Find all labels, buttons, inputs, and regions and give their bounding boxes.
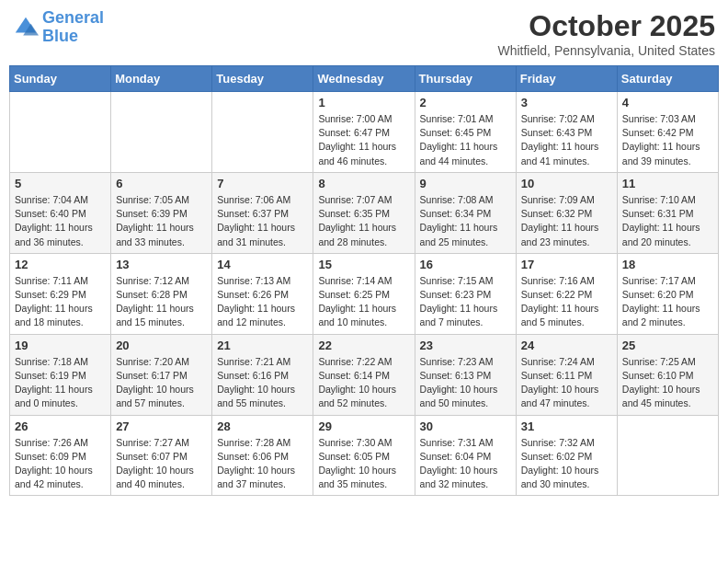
day-info: Sunrise: 7:23 AMSunset: 6:13 PMDaylight:… — [420, 355, 511, 411]
weekday-header-thursday: Thursday — [415, 66, 516, 92]
calendar-cell: 4Sunrise: 7:03 AMSunset: 6:42 PMDaylight… — [617, 92, 718, 173]
day-number: 23 — [420, 339, 511, 352]
calendar-cell: 19Sunrise: 7:18 AMSunset: 6:19 PMDayligh… — [10, 334, 111, 415]
calendar-cell: 16Sunrise: 7:15 AMSunset: 6:23 PMDayligh… — [415, 253, 516, 334]
calendar-cell: 13Sunrise: 7:12 AMSunset: 6:28 PMDayligh… — [111, 253, 212, 334]
day-number: 3 — [521, 96, 612, 109]
day-info: Sunrise: 7:12 AMSunset: 6:28 PMDaylight:… — [116, 274, 207, 330]
day-info: Sunrise: 7:27 AMSunset: 6:07 PMDaylight:… — [116, 436, 207, 492]
calendar-cell: 27Sunrise: 7:27 AMSunset: 6:07 PMDayligh… — [111, 415, 212, 496]
day-info: Sunrise: 7:01 AMSunset: 6:45 PMDaylight:… — [420, 112, 511, 168]
day-info: Sunrise: 7:17 AMSunset: 6:20 PMDaylight:… — [622, 274, 713, 330]
calendar-cell — [212, 92, 313, 173]
calendar-cell: 25Sunrise: 7:25 AMSunset: 6:10 PMDayligh… — [617, 334, 718, 415]
day-number: 8 — [318, 177, 409, 190]
day-number: 22 — [318, 339, 409, 352]
day-info: Sunrise: 7:05 AMSunset: 6:39 PMDaylight:… — [116, 193, 207, 249]
calendar-cell: 9Sunrise: 7:08 AMSunset: 6:34 PMDaylight… — [415, 172, 516, 253]
calendar-cell: 22Sunrise: 7:22 AMSunset: 6:14 PMDayligh… — [313, 334, 415, 415]
day-number: 10 — [521, 177, 612, 190]
day-info: Sunrise: 7:22 AMSunset: 6:14 PMDaylight:… — [318, 355, 409, 411]
day-number: 7 — [217, 177, 308, 190]
calendar-cell — [10, 92, 111, 173]
day-number: 4 — [622, 96, 713, 109]
logo-line1: General — [42, 8, 104, 27]
calendar-week-1: 1Sunrise: 7:00 AMSunset: 6:47 PMDaylight… — [10, 92, 719, 173]
day-number: 9 — [420, 177, 511, 190]
day-info: Sunrise: 7:25 AMSunset: 6:10 PMDaylight:… — [622, 355, 713, 411]
calendar-cell: 6Sunrise: 7:05 AMSunset: 6:39 PMDaylight… — [111, 172, 212, 253]
day-info: Sunrise: 7:24 AMSunset: 6:11 PMDaylight:… — [521, 355, 612, 411]
day-info: Sunrise: 7:14 AMSunset: 6:25 PMDaylight:… — [318, 274, 409, 330]
logo-icon — [13, 15, 39, 40]
weekday-header-friday: Friday — [516, 66, 617, 92]
page-header: General Blue October 2025 Whitfield, Pen… — [9, 9, 719, 58]
calendar-cell: 18Sunrise: 7:17 AMSunset: 6:20 PMDayligh… — [617, 253, 718, 334]
day-number: 18 — [622, 258, 713, 271]
calendar-week-3: 12Sunrise: 7:11 AMSunset: 6:29 PMDayligh… — [10, 253, 719, 334]
day-info: Sunrise: 7:20 AMSunset: 6:17 PMDaylight:… — [116, 355, 207, 411]
day-number: 14 — [217, 258, 308, 271]
calendar-cell: 1Sunrise: 7:00 AMSunset: 6:47 PMDaylight… — [313, 92, 415, 173]
day-info: Sunrise: 7:00 AMSunset: 6:47 PMDaylight:… — [318, 112, 409, 168]
day-info: Sunrise: 7:11 AMSunset: 6:29 PMDaylight:… — [15, 274, 106, 330]
day-info: Sunrise: 7:28 AMSunset: 6:06 PMDaylight:… — [217, 436, 308, 492]
calendar-cell: 11Sunrise: 7:10 AMSunset: 6:31 PMDayligh… — [617, 172, 718, 253]
day-info: Sunrise: 7:13 AMSunset: 6:26 PMDaylight:… — [217, 274, 308, 330]
day-number: 28 — [217, 419, 308, 433]
day-number: 20 — [116, 339, 207, 352]
calendar-cell: 15Sunrise: 7:14 AMSunset: 6:25 PMDayligh… — [313, 253, 415, 334]
calendar-cell: 3Sunrise: 7:02 AMSunset: 6:43 PMDaylight… — [516, 92, 617, 173]
calendar-cell: 17Sunrise: 7:16 AMSunset: 6:22 PMDayligh… — [516, 253, 617, 334]
calendar-week-5: 26Sunrise: 7:26 AMSunset: 6:09 PMDayligh… — [10, 415, 719, 496]
day-info: Sunrise: 7:30 AMSunset: 6:05 PMDaylight:… — [318, 436, 409, 492]
day-info: Sunrise: 7:18 AMSunset: 6:19 PMDaylight:… — [15, 355, 106, 411]
logo-text: General Blue — [42, 9, 104, 46]
calendar-cell: 31Sunrise: 7:32 AMSunset: 6:02 PMDayligh… — [516, 415, 617, 496]
day-number: 25 — [622, 339, 713, 352]
day-info: Sunrise: 7:06 AMSunset: 6:37 PMDaylight:… — [217, 193, 308, 249]
calendar-header-row: SundayMondayTuesdayWednesdayThursdayFrid… — [10, 66, 719, 92]
calendar-cell: 14Sunrise: 7:13 AMSunset: 6:26 PMDayligh… — [212, 253, 313, 334]
calendar-cell: 2Sunrise: 7:01 AMSunset: 6:45 PMDaylight… — [415, 92, 516, 173]
day-info: Sunrise: 7:26 AMSunset: 6:09 PMDaylight:… — [15, 436, 106, 492]
calendar-cell: 30Sunrise: 7:31 AMSunset: 6:04 PMDayligh… — [415, 415, 516, 496]
day-number: 27 — [116, 419, 207, 433]
calendar-cell: 7Sunrise: 7:06 AMSunset: 6:37 PMDaylight… — [212, 172, 313, 253]
day-number: 26 — [15, 419, 106, 433]
day-number: 19 — [15, 339, 106, 352]
day-info: Sunrise: 7:15 AMSunset: 6:23 PMDaylight:… — [420, 274, 511, 330]
day-number: 30 — [420, 419, 511, 433]
day-number: 2 — [420, 96, 511, 109]
day-info: Sunrise: 7:03 AMSunset: 6:42 PMDaylight:… — [622, 112, 713, 168]
day-info: Sunrise: 7:16 AMSunset: 6:22 PMDaylight:… — [521, 274, 612, 330]
day-info: Sunrise: 7:31 AMSunset: 6:04 PMDaylight:… — [420, 436, 511, 492]
calendar-week-4: 19Sunrise: 7:18 AMSunset: 6:19 PMDayligh… — [10, 334, 719, 415]
day-info: Sunrise: 7:21 AMSunset: 6:16 PMDaylight:… — [217, 355, 308, 411]
weekday-header-wednesday: Wednesday — [313, 66, 415, 92]
day-number: 11 — [622, 177, 713, 190]
day-number: 16 — [420, 258, 511, 271]
calendar-cell: 12Sunrise: 7:11 AMSunset: 6:29 PMDayligh… — [10, 253, 111, 334]
logo-line2: Blue — [42, 27, 78, 45]
calendar-table: SundayMondayTuesdayWednesdayThursdayFrid… — [9, 65, 719, 496]
day-number: 15 — [318, 258, 409, 271]
weekday-header-tuesday: Tuesday — [212, 66, 313, 92]
day-info: Sunrise: 7:09 AMSunset: 6:32 PMDaylight:… — [521, 193, 612, 249]
day-info: Sunrise: 7:10 AMSunset: 6:31 PMDaylight:… — [622, 193, 713, 249]
day-info: Sunrise: 7:08 AMSunset: 6:34 PMDaylight:… — [420, 193, 511, 249]
day-info: Sunrise: 7:32 AMSunset: 6:02 PMDaylight:… — [521, 436, 612, 492]
day-number: 24 — [521, 339, 612, 352]
day-number: 13 — [116, 258, 207, 271]
weekday-header-saturday: Saturday — [617, 66, 718, 92]
day-number: 31 — [521, 419, 612, 433]
calendar-cell: 21Sunrise: 7:21 AMSunset: 6:16 PMDayligh… — [212, 334, 313, 415]
calendar-cell: 5Sunrise: 7:04 AMSunset: 6:40 PMDaylight… — [10, 172, 111, 253]
calendar-cell: 28Sunrise: 7:28 AMSunset: 6:06 PMDayligh… — [212, 415, 313, 496]
calendar-week-2: 5Sunrise: 7:04 AMSunset: 6:40 PMDaylight… — [10, 172, 719, 253]
day-number: 6 — [116, 177, 207, 190]
weekday-header-sunday: Sunday — [10, 66, 111, 92]
calendar-cell — [111, 92, 212, 173]
calendar-cell: 20Sunrise: 7:20 AMSunset: 6:17 PMDayligh… — [111, 334, 212, 415]
day-number: 1 — [318, 96, 409, 109]
